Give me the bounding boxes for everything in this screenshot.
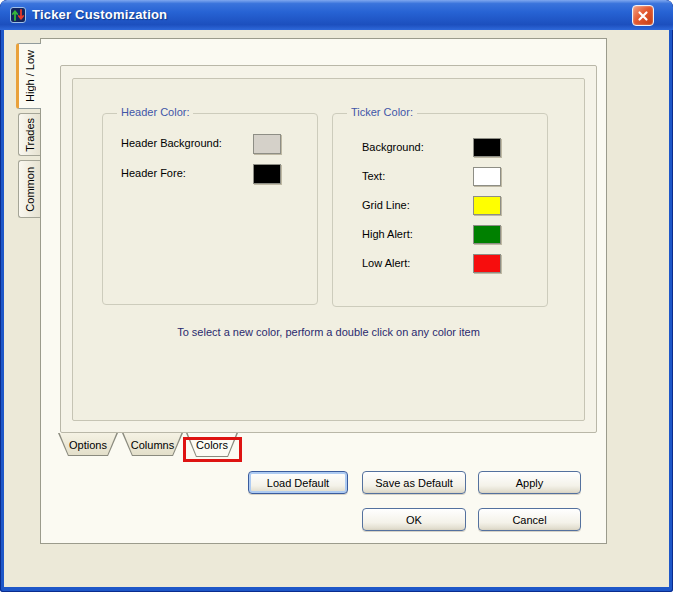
background-label: Background: — [362, 141, 424, 153]
cancel-button[interactable]: Cancel — [478, 508, 581, 531]
apply-button[interactable]: Apply — [478, 471, 581, 494]
grid-line-label: Grid Line: — [362, 199, 410, 211]
side-tab-label: Common — [24, 167, 36, 212]
header-background-swatch[interactable] — [253, 134, 281, 154]
high-alert-label: High Alert: — [362, 228, 413, 240]
header-color-group-title: Header Color: — [117, 106, 193, 118]
header-background-label: Header Background: — [121, 137, 222, 149]
color-row-text: Text: — [333, 167, 547, 189]
tab-colors[interactable]: Colors — [186, 433, 238, 457]
side-tab-high-low[interactable]: High / Low — [16, 43, 41, 109]
tab-options-label: Options — [58, 433, 118, 456]
tab-colors-label: Colors — [186, 433, 238, 457]
side-tab-trades[interactable]: Trades — [18, 113, 40, 156]
high-alert-swatch[interactable] — [473, 225, 501, 244]
header-color-group: Header Color: Header Background: Header … — [102, 113, 318, 305]
header-fore-swatch[interactable] — [253, 164, 281, 184]
color-row-grid-line: Grid Line: — [333, 196, 547, 218]
low-alert-label: Low Alert: — [362, 257, 410, 269]
tab-columns[interactable]: Columns — [122, 433, 183, 456]
color-row-low-alert: Low Alert: — [333, 254, 547, 276]
color-row-header-background: Header Background: — [103, 134, 317, 156]
ticker-color-group-title: Ticker Color: — [347, 106, 417, 118]
ticker-app-icon — [10, 7, 26, 23]
tab-columns-label: Columns — [122, 433, 183, 456]
color-row-header-fore: Header Fore: — [103, 164, 317, 186]
load-default-button[interactable]: Load Default — [248, 471, 348, 494]
tab-options[interactable]: Options — [58, 433, 118, 456]
ok-button[interactable]: OK — [362, 508, 466, 531]
close-button[interactable] — [632, 5, 654, 26]
instruction-text: To select a new color, perform a double … — [72, 326, 585, 338]
background-swatch[interactable] — [473, 138, 501, 157]
color-row-background: Background: — [333, 138, 547, 160]
text-swatch[interactable] — [473, 167, 501, 186]
low-alert-swatch[interactable] — [473, 254, 501, 273]
ticker-color-group: Ticker Color: Background: Text: Grid Lin… — [332, 113, 548, 307]
grid-line-swatch[interactable] — [473, 196, 501, 215]
color-row-high-alert: High Alert: — [333, 225, 547, 247]
ticker-customization-window: Ticker Customization High / Low Trades C… — [0, 0, 673, 592]
close-icon — [637, 10, 649, 22]
header-fore-label: Header Fore: — [121, 167, 186, 179]
save-as-default-button[interactable]: Save as Default — [362, 471, 466, 494]
side-tab-label: High / Low — [24, 50, 36, 102]
side-tab-common[interactable]: Common — [18, 160, 40, 218]
text-label: Text: — [362, 170, 385, 182]
window-title: Ticker Customization — [32, 7, 167, 22]
side-tab-label: Trades — [24, 118, 36, 152]
title-bar[interactable]: Ticker Customization — [0, 0, 673, 30]
